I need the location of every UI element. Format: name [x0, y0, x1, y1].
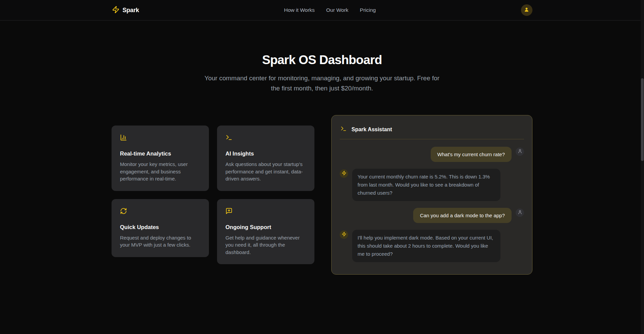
- scrollbar-thumb[interactable]: [641, 78, 644, 161]
- main-content: Spark OS Dashboard Your command center f…: [0, 21, 644, 275]
- spark-assistant-widget: Spark Assistant What's my current churn …: [331, 115, 532, 275]
- zap-icon: [342, 232, 346, 238]
- user-message-bubble: Can you add a dark mode to the app?: [413, 208, 512, 223]
- feature-card-description: Get help and guidance whenever you need …: [225, 234, 306, 256]
- features-grid: Real-time Analytics Monitor your key met…: [112, 126, 314, 264]
- nav-link-our-work[interactable]: Our Work: [326, 7, 348, 13]
- refresh-icon: [120, 207, 201, 216]
- user-avatar-button[interactable]: [521, 4, 532, 16]
- feature-card-title: Quick Updates: [120, 224, 201, 230]
- chat-message-assistant: I'll help you implement dark mode. Based…: [340, 230, 524, 262]
- navbar-inner: Spark How it Works Our Work Pricing: [112, 0, 532, 20]
- assistant-message-bubble: I'll help you implement dark mode. Based…: [352, 230, 500, 262]
- feature-card-real-time-analytics: Real-time Analytics Monitor your key met…: [112, 126, 209, 191]
- user-icon: [524, 7, 529, 13]
- feature-card-quick-updates: Quick Updates Request and deploy changes…: [112, 199, 209, 257]
- assistant-message-bubble: Your current monthly churn rate is 5.2%.…: [352, 169, 500, 201]
- hero-subtitle: Your command center for monitoring, mana…: [202, 73, 442, 93]
- chat-message-user: What's my current churn rate?: [340, 147, 524, 162]
- chat-message-assistant: Your current monthly churn rate is 5.2%.…: [340, 169, 524, 201]
- terminal-icon: [340, 126, 347, 133]
- zap-icon: [112, 6, 120, 15]
- user-message-bubble: What's my current churn rate?: [431, 147, 512, 162]
- page-title: Spark OS Dashboard: [0, 53, 644, 67]
- nav-link-how-it-works[interactable]: How it Works: [284, 7, 315, 13]
- chat-title: Spark Assistant: [351, 127, 392, 133]
- user-message-avatar: [516, 147, 524, 156]
- brand-name: Spark: [123, 7, 139, 14]
- scrollbar[interactable]: [641, 0, 644, 334]
- nav-link-pricing[interactable]: Pricing: [360, 7, 376, 13]
- user-icon: [518, 210, 522, 216]
- user-message-avatar: [516, 208, 524, 217]
- assistant-message-avatar: [340, 230, 348, 239]
- feature-card-title: AI Insights: [225, 150, 306, 157]
- brand-logo[interactable]: Spark: [112, 6, 139, 15]
- feature-card-description: Monitor your key metrics, user engagemen…: [120, 161, 201, 183]
- hero-section: Spark OS Dashboard Your command center f…: [0, 21, 644, 93]
- nav-links: How it Works Our Work Pricing: [139, 7, 521, 13]
- chat-header: Spark Assistant: [340, 123, 524, 139]
- content-row: Real-time Analytics Monitor your key met…: [0, 115, 644, 275]
- feature-card-title: Ongoing Support: [225, 224, 306, 230]
- user-icon: [518, 149, 522, 155]
- assistant-message-avatar: [340, 169, 348, 178]
- navbar: Spark How it Works Our Work Pricing: [0, 0, 644, 21]
- chat-message-user: Can you add a dark mode to the app?: [340, 208, 524, 223]
- feature-card-ongoing-support: Ongoing Support Get help and guidance wh…: [217, 199, 314, 265]
- terminal-icon: [225, 134, 306, 142]
- message-square-plus-icon: [225, 207, 306, 216]
- feature-card-title: Real-time Analytics: [120, 150, 201, 157]
- feature-card-ai-insights: AI Insights Ask questions about your sta…: [217, 126, 314, 191]
- feature-card-description: Ask questions about your startup's perfo…: [225, 161, 306, 183]
- zap-icon: [342, 171, 346, 177]
- bar-chart-icon: [120, 134, 201, 142]
- feature-card-description: Request and deploy changes to your MVP w…: [120, 234, 201, 249]
- chat-messages: What's my current churn rate? Your curre…: [340, 147, 524, 262]
